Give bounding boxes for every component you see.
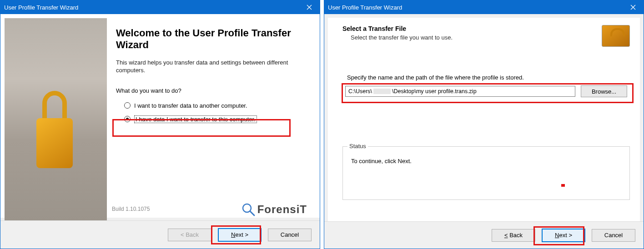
- build-label: Build 1.10.1075: [112, 206, 150, 212]
- path-prefix: C:\Users\: [348, 88, 372, 95]
- wizard-window-welcome: User Profile Transfer Wizard Welcome to …: [0, 0, 320, 249]
- back-button: < Back: [168, 229, 211, 241]
- path-label: Specify the name and the path of the fil…: [347, 74, 630, 81]
- lock-icon: [30, 82, 80, 173]
- window-title: User Profile Transfer Wizard: [328, 4, 402, 11]
- radio-label: I want to transfer data to another compu…: [134, 102, 247, 109]
- wizard-button-row: < Back Next > Cancel: [324, 221, 644, 249]
- brand-text: ForensiT: [257, 203, 307, 216]
- next-button[interactable]: Next >: [542, 229, 585, 242]
- window-body: Select a Transfer File Select the transf…: [324, 14, 644, 221]
- close-icon[interactable]: [299, 0, 320, 14]
- radio-option-send[interactable]: I want to transfer data to another compu…: [124, 102, 302, 109]
- annotation-dot: [561, 184, 565, 187]
- radio-label: I have data I want to transfer to this c…: [134, 115, 257, 123]
- question-text: What do you want to do?: [116, 87, 302, 94]
- titlebar[interactable]: User Profile Transfer Wizard: [324, 0, 644, 14]
- step-title: Select a Transfer File: [342, 25, 602, 32]
- step-icon: [602, 25, 630, 47]
- cancel-button[interactable]: Cancel: [268, 229, 312, 241]
- path-suffix: \Desktop\my user profile.trans.zip: [392, 88, 477, 95]
- step-subtitle: Select the transfer file you want to use…: [351, 34, 602, 41]
- back-button[interactable]: < Back: [492, 229, 535, 242]
- next-button[interactable]: Next >: [218, 228, 262, 242]
- page-heading: Welcome to the User Profile Transfer Wiz…: [116, 27, 302, 51]
- radio-option-receive[interactable]: I have data I want to transfer to this c…: [124, 115, 302, 123]
- wizard-window-select-file: User Profile Transfer Wizard Select a Tr…: [324, 0, 644, 249]
- status-group: Status To continue, click Next.: [342, 146, 630, 200]
- window-body: Welcome to the User Profile Transfer Wiz…: [0, 14, 320, 220]
- radio-icon[interactable]: [124, 116, 131, 122]
- transfer-file-path-input[interactable]: C:\Users\ \Desktop\my user profile.trans…: [345, 86, 575, 97]
- magnifier-icon: [241, 202, 256, 217]
- titlebar[interactable]: User Profile Transfer Wizard: [0, 0, 320, 14]
- redacted-username: [373, 89, 391, 94]
- window-title: User Profile Transfer Wizard: [4, 4, 78, 11]
- svg-line-1: [250, 211, 254, 215]
- status-legend: Status: [347, 143, 368, 149]
- wizard-button-row: < Back Next > Cancel: [0, 220, 320, 249]
- close-icon[interactable]: [623, 0, 644, 14]
- brand-logo: ForensiT: [241, 202, 307, 217]
- browse-button[interactable]: Browse...: [581, 85, 627, 97]
- status-text: To continue, click Next.: [351, 158, 621, 164]
- wizard-sidebar-image: [5, 18, 107, 222]
- cancel-button[interactable]: Cancel: [592, 229, 635, 242]
- intro-text: This wizard helps you transfer data and …: [116, 59, 302, 75]
- radio-icon[interactable]: [124, 102, 131, 109]
